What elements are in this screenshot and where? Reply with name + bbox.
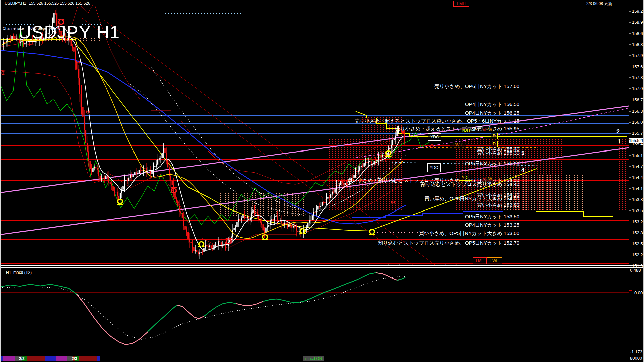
pane-divider-2[interactable]: [0, 267, 644, 268]
macd-line-green: [148, 305, 183, 332]
date-label: 2/2: [19, 356, 25, 361]
level-label: 買い小さめ、OP5日NYカット大きめ 153.00: [419, 230, 519, 237]
level-label: 割り込むとストップロス売り小さめ 154.40: [421, 181, 519, 188]
channel-digit-label: 2: [616, 129, 620, 135]
pane-divider-1[interactable]: [0, 265, 644, 266]
channel-digit-label: 5: [521, 150, 524, 156]
window-border-right: [643, 0, 644, 362]
level-label: 買い小さめ 153.80: [477, 202, 519, 208]
macd-line-pink: [376, 273, 401, 280]
channel-digit-label: 4: [521, 167, 524, 173]
macd-indicator-label: H1 macd (12): [6, 270, 32, 275]
macd-line-green: [263, 273, 382, 303]
session-segment: [97, 356, 100, 361]
level-label: 買い厚め、OP5日NYカット大きめ 154.00: [424, 196, 519, 202]
level-label: OP4日NYカット 156.50: [465, 101, 519, 108]
macd-toggle-button[interactable]: macd ON: [303, 356, 324, 361]
macd-pane: [0, 273, 629, 345]
macd-line-green: [204, 302, 236, 316]
level-label: OP5日NYカット 155.00: [465, 161, 519, 167]
session-timeline-bar: macd ON 2/22/3: [0, 354, 644, 362]
window-border-left: [0, 0, 1, 362]
session-segment: [1, 356, 3, 361]
window-border-top: [0, 0, 644, 0]
macd-zero-marker: [629, 290, 632, 295]
level-label: 売り小さめ・超えるとストップロス買い小さめ、OP5・6日NYカット 15: [355, 118, 519, 124]
macd-line-green: [397, 277, 405, 280]
level-label: 割り込むとストップロス売り小さめ、OP5日NYカット 152.70: [378, 240, 519, 246]
level-label: OP5日NYカット 153.50: [465, 214, 519, 220]
macd-line-pink: [236, 301, 263, 306]
level-label: 売り小さめ、OP6日NYカット 157.00: [434, 83, 519, 90]
level-annotations: 売り小さめ、OP6日NYカット 157.00OP4日NYカット 156.50OP…: [0, 0, 644, 265]
level-label: OP4日NYカット 156.25: [465, 110, 519, 116]
session-segment: [25, 356, 45, 361]
mt4-chart-window: USDJPY,H1 155.526 155.526 155.526 155.52…: [0, 0, 644, 362]
session-segment: [56, 356, 67, 361]
session-segment: [3, 356, 15, 361]
macd-signal-line: [0, 276, 405, 339]
level-label: 買い小さめ 155.30: [477, 150, 519, 156]
level-label: 売り小さめ・超えるとストップロス買い小さめ 155.95: [395, 126, 519, 132]
macd-line-pink: [177, 305, 204, 319]
macd-line-pink: [77, 294, 148, 345]
channel-digit-label: 1: [618, 139, 621, 145]
level-label: OP4日NYカット 153.25: [465, 222, 519, 228]
session-segment: [45, 356, 56, 361]
date-label: 2/3: [72, 356, 77, 361]
free-text-label: OP3: [471, 128, 479, 132]
